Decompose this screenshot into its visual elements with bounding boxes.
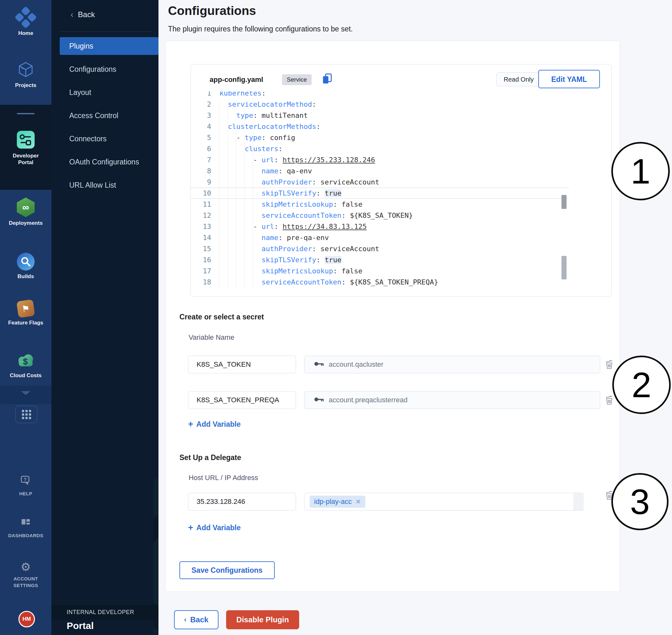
line-number: 12 [191, 210, 216, 221]
add-variable-link[interactable]: + Add Variable [188, 523, 241, 532]
tag-label: idp-play-acc [314, 498, 352, 506]
code-token: false [341, 267, 362, 275]
code-token: - [253, 156, 262, 164]
code-line: 17 skipMetricsLookup: false [191, 265, 569, 277]
user-avatar[interactable]: HM [18, 611, 35, 627]
sidebar-item-cloud-costs[interactable]: $ Cloud Costs [0, 353, 51, 379]
secret-section-heading: Create or select a secret [179, 313, 264, 321]
sidebar-item-label: ACCOUNTSETTINGS [0, 575, 51, 589]
code-token: - [236, 134, 245, 141]
tagfield-suffix [573, 493, 584, 510]
sidebar-item-deployments[interactable]: ∞ Deployments [0, 197, 51, 226]
page-title: Configurations [168, 4, 256, 18]
line-number: 4 [191, 121, 216, 132]
code-token: : [274, 156, 283, 164]
line-number: 1 [191, 91, 216, 99]
sidebar-item-label: Builds [0, 273, 51, 280]
code-line: 18 serviceAccountToken: ${K8S_SA_TOKEN_P… [191, 277, 569, 288]
plus-icon: + [188, 523, 193, 532]
code-token: https://35.233.128.246 [283, 156, 375, 164]
service-badge: Service [282, 74, 311, 85]
code-token: : [316, 256, 325, 264]
delete-row-icon[interactable] [605, 359, 614, 370]
sidebar-item-feature-flags[interactable]: ⚑ Feature Flags [0, 300, 51, 326]
sidebar-item-help[interactable]: ? HELP [0, 475, 51, 497]
add-variable-label: Add Variable [196, 420, 240, 429]
sidebar-item-projects[interactable]: Projects [0, 61, 51, 89]
module-switcher-button[interactable] [15, 406, 38, 423]
code-line: 5 - type: config [191, 132, 569, 143]
secret-selector[interactable]: account.qacluster [304, 356, 600, 373]
secret-name: account.qacluster [329, 360, 383, 369]
code-token: pre-qa-env [287, 234, 329, 242]
delegate-tags-field[interactable]: idp-play-acc ✕ [304, 493, 584, 510]
sidebar-item-plugins[interactable]: Plugins [60, 37, 158, 55]
back-button[interactable]: ‹ Back [174, 610, 218, 629]
code-token: serviceAccount [321, 178, 379, 186]
line-number: 3 [191, 110, 216, 121]
sidebar-item-builds[interactable]: Builds [0, 253, 51, 280]
code-text: clusterLocatorMethods: [216, 121, 321, 132]
scrollbar-marker[interactable] [562, 256, 567, 279]
code-token: https://34.83.13.125 [283, 223, 367, 231]
code-token: clusters [244, 145, 278, 153]
dashboards-icon [21, 518, 31, 530]
sidebar-item-home[interactable]: Home [0, 7, 51, 37]
line-number: 13 [191, 221, 216, 232]
secret-name: account.preqaclusterread [329, 396, 408, 404]
sidebar-item-developer-portal[interactable]: DeveloperPortal [0, 131, 51, 166]
sidebar-item-configurations[interactable]: Configurations [60, 60, 158, 78]
sidebar-item-layout[interactable]: Layout [60, 84, 158, 101]
copy-icon[interactable] [322, 73, 333, 86]
sidebar-item-dashboards[interactable]: DASHBOARDS [0, 518, 51, 539]
back-link[interactable]: ‹ Back [70, 10, 95, 19]
code-text: serviceLocatorMethod: [216, 99, 316, 110]
code-token: kubernetes [219, 91, 261, 97]
code-token: : [278, 234, 287, 242]
edit-yaml-button[interactable]: Edit YAML [538, 70, 600, 88]
disable-plugin-button[interactable]: Disable Plugin [226, 610, 299, 629]
code-text: clusters: [216, 143, 283, 154]
code-text: serviceAccountToken: ${K8S_SA_TOKEN_PREQ… [216, 277, 438, 288]
sidebar-item-url-allow-list[interactable]: URL Allow List [60, 176, 158, 194]
variable-name-input[interactable] [188, 391, 296, 409]
yaml-code-viewport[interactable]: 1kubernetes:2 serviceLocatorMethod:3 typ… [191, 91, 611, 295]
apps-grid-icon [22, 410, 31, 419]
code-token: true [325, 256, 341, 264]
annotation-circle-2: 2 [612, 356, 671, 414]
line-number: 18 [191, 277, 216, 288]
add-variable-link[interactable]: + Add Variable [188, 420, 241, 429]
sidebar-item-oauth-configurations[interactable]: OAuth Configurations [60, 153, 158, 171]
variable-name-input[interactable] [188, 356, 296, 373]
line-number: 7 [191, 154, 216, 166]
code-lines: 1kubernetes:2 serviceLocatorMethod:3 typ… [191, 91, 569, 288]
code-token: skipTLSVerify [261, 256, 316, 264]
host-url-input[interactable] [188, 493, 296, 510]
page-subtitle: The plugin requires the following config… [168, 25, 353, 33]
code-line: 11 skipMetricsLookup: false [191, 199, 569, 210]
save-configurations-button[interactable]: Save Configurations [179, 561, 275, 579]
plus-icon: + [188, 420, 193, 429]
sidebar-divider [59, 31, 152, 32]
svg-text:?: ? [24, 477, 27, 482]
module-collapse-toggle[interactable] [0, 391, 51, 395]
remove-tag-icon[interactable]: ✕ [356, 498, 361, 505]
code-text: skipTLSVerify: true [216, 254, 341, 265]
secret-selector[interactable]: account.preqaclusterread [304, 391, 600, 409]
scrollbar-marker[interactable] [562, 195, 567, 209]
code-text: type: multiTenant [216, 110, 308, 121]
sidebar-item-access-control[interactable]: Access Control [60, 107, 158, 125]
annotation-circle-3: 3 [611, 473, 669, 530]
variable-name-label: Variable Name [189, 333, 234, 342]
yaml-filename: app-config.yaml [210, 74, 263, 85]
key-icon [314, 361, 324, 368]
sidebar-item-account-settings[interactable]: ⚙ ACCOUNTSETTINGS [0, 561, 51, 589]
host-url-label: Host URL / IP Address [189, 474, 258, 482]
code-token: serviceLocatorMethod [228, 100, 312, 108]
delegate-section-heading: Set Up a Delegate [179, 453, 241, 462]
delete-row-icon[interactable] [605, 395, 614, 405]
module-collapse-background [0, 386, 51, 404]
sidebar-item-connectors[interactable]: Connectors [60, 130, 158, 148]
code-token: url [261, 156, 274, 164]
code-token: : [312, 100, 316, 108]
